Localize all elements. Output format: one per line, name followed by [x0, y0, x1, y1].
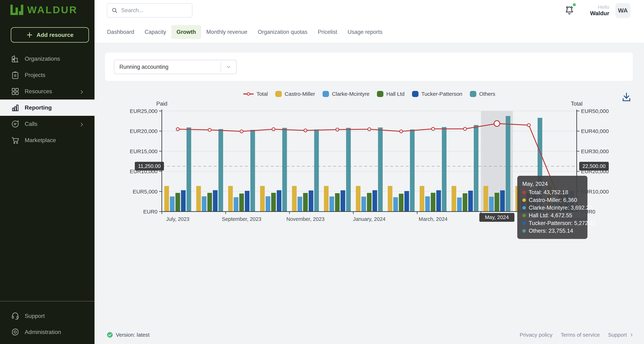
sidebar-item-label: Administration	[25, 329, 61, 336]
series-dot	[522, 229, 526, 233]
series-dot	[522, 198, 526, 202]
svg-text:EUR30,000: EUR30,000	[581, 148, 609, 154]
check-circle-icon	[107, 332, 113, 338]
tab-dashboard[interactable]: Dashboard	[102, 25, 140, 39]
download-icon	[622, 92, 632, 102]
svg-text:July, 2023: July, 2023	[166, 216, 189, 222]
series-dot	[522, 214, 526, 217]
bar-chart-icon	[11, 104, 19, 112]
bell-icon	[565, 5, 574, 16]
privacy-policy-link[interactable]: Privacy policy	[520, 332, 552, 338]
tab-capacity[interactable]: Capacity	[140, 25, 172, 39]
chevron-right-icon	[80, 89, 84, 94]
tooltip-title: May, 2024	[522, 180, 582, 188]
headset-icon	[11, 312, 19, 320]
tab-growth[interactable]: Growth	[171, 25, 201, 39]
tooltip-row: Clarke-Mcintyre: 3,692.27	[522, 204, 582, 212]
tabbar: Dashboard Capacity Growth Monthly revenu…	[94, 21, 644, 43]
sidebar-item-reporting[interactable]: Reporting	[0, 100, 94, 116]
content: Running accounting Total Castro-Miller C…	[94, 43, 644, 344]
svg-text:January, 2024: January, 2024	[353, 216, 386, 222]
tab-organization-quotas[interactable]: Organization quotas	[252, 25, 312, 39]
sidebar-bottom: Support Administration	[0, 301, 94, 344]
support-link-label: Support	[608, 332, 627, 338]
waldur-logo-icon	[10, 4, 23, 15]
sidebar-item-support[interactable]: Support	[0, 308, 94, 324]
sidebar-nav: Organizations Projects Resources Reporti…	[0, 51, 94, 148]
notification-dot	[573, 3, 576, 6]
sidebar-item-organizations[interactable]: Organizations	[0, 51, 94, 67]
axis-pointer-label: May, 2024	[479, 213, 514, 222]
sidebar-item-resources[interactable]: Resources	[0, 83, 94, 100]
tab-usage-reports[interactable]: Usage reports	[342, 25, 388, 39]
cart-icon	[11, 136, 19, 144]
svg-text:March, 2024: March, 2024	[419, 216, 448, 222]
tooltip-row: Others: 23,755.14	[522, 227, 582, 235]
tooltip-text: Clarke-Mcintyre: 3,692.27	[529, 204, 592, 212]
username-text: Waldur	[590, 10, 609, 17]
tooltip-row: Hall Ltd: 4,672.55	[522, 212, 582, 219]
add-resource-button[interactable]: Add resource	[11, 27, 89, 42]
clipboard-icon	[11, 71, 19, 79]
tooltip-text: Tucker-Patterson: 5,272.22	[529, 219, 596, 227]
terms-of-service-link[interactable]: Terms of service	[561, 332, 600, 338]
sidebar-item-marketplace[interactable]: Marketplace	[0, 132, 94, 148]
sidebar-item-label: Organizations	[25, 56, 60, 62]
download-chart-button[interactable]	[622, 92, 632, 102]
chevron-right-icon	[629, 333, 634, 337]
sidebar-item-label: Calls	[25, 121, 38, 127]
version-text: Version: latest	[116, 332, 150, 338]
accounting-mode-select[interactable]: Running accounting	[114, 60, 236, 74]
support-link[interactable]: Support	[608, 332, 634, 338]
threshold-label-right: 22,500.00	[579, 162, 609, 170]
sidebar-item-label: Reporting	[25, 104, 52, 111]
tooltip-row: Tucker-Patterson: 5,272.22	[522, 219, 582, 227]
svg-text:November, 2023: November, 2023	[286, 216, 324, 222]
search-input[interactable]	[121, 7, 188, 14]
tooltip-text: Others: 23,755.14	[529, 227, 573, 235]
filter-card: Running accounting	[105, 52, 633, 81]
sidebar-item-projects[interactable]: Projects	[0, 67, 94, 83]
chevron-right-icon	[80, 122, 84, 126]
grid-icon	[11, 87, 19, 96]
sidebar-item-label: Support	[25, 313, 45, 319]
sidebar: WALDUR Add resource Organizations Projec…	[0, 0, 94, 344]
search-icon	[112, 7, 118, 14]
greeting-text: Hello	[590, 4, 609, 10]
add-resource-label: Add resource	[36, 32, 74, 38]
sidebar-item-administration[interactable]: Administration	[0, 324, 94, 340]
growth-chart-area: Total Castro-Miller Clarke-Mcintyre Hall…	[94, 84, 644, 234]
gear-icon	[11, 328, 19, 336]
footer-links: Privacy policy Terms of service Support	[520, 332, 634, 338]
chat-icon	[11, 120, 19, 128]
footer: Version: latest Privacy policy Terms of …	[94, 328, 644, 341]
select-value: Running accounting	[114, 64, 221, 70]
tooltip-text: Hall Ltd: 4,672.55	[529, 212, 572, 219]
svg-text:EUR25,000: EUR25,000	[130, 108, 158, 114]
search-box	[107, 3, 192, 18]
tab-monthly-revenue[interactable]: Monthly revenue	[201, 25, 252, 39]
sidebar-item-calls[interactable]: Calls	[0, 116, 94, 132]
sidebar-item-label: Marketplace	[25, 137, 56, 144]
svg-text:EUR0: EUR0	[143, 209, 158, 214]
notifications-button[interactable]	[565, 5, 574, 16]
plus-icon	[26, 32, 33, 38]
tooltip-row: Total: 43,752.18	[522, 188, 582, 196]
series-dot	[522, 190, 526, 194]
chart-tooltip: May, 2024 Total: 43,752.18 Castro-Miller…	[517, 176, 588, 239]
svg-text:September, 2023: September, 2023	[222, 216, 261, 222]
version-info: Version: latest	[107, 332, 150, 338]
svg-text:EUR50,000: EUR50,000	[581, 108, 609, 114]
series-dot	[522, 206, 526, 210]
svg-text:EUR20,000: EUR20,000	[130, 128, 158, 134]
svg-text:EUR40,000: EUR40,000	[581, 128, 609, 134]
waldur-logo[interactable]: WALDUR	[10, 4, 78, 16]
avatar[interactable]: WA	[615, 3, 630, 18]
threshold-label-left: 11,250.00	[135, 162, 164, 170]
user-greeting[interactable]: Hello Waldur	[590, 4, 609, 17]
chevron-down-icon	[221, 64, 236, 69]
tooltip-row: Castro-Miller: 6,360	[522, 196, 582, 204]
tooltip-text: Total: 43,752.18	[529, 188, 568, 196]
tab-pricelist[interactable]: Pricelist	[312, 25, 342, 39]
sidebar-item-label: Resources	[25, 88, 52, 95]
